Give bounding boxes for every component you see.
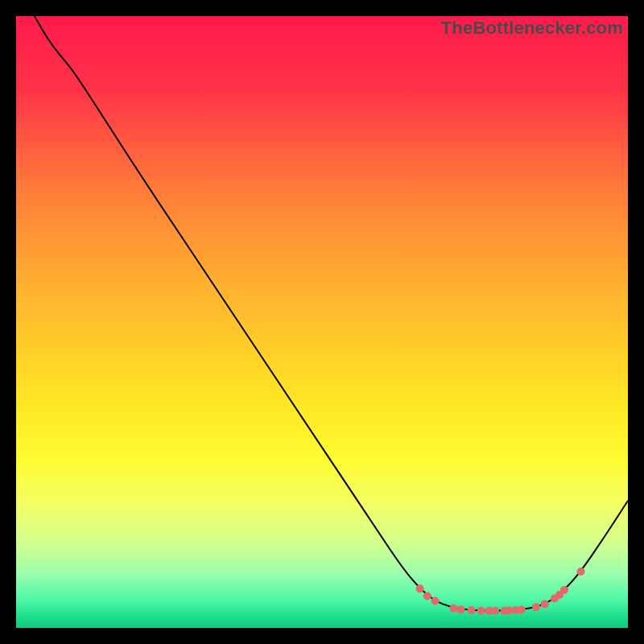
curve-marker-dot xyxy=(576,568,584,576)
curve-marker-dot xyxy=(560,586,568,594)
curve-marker-dot xyxy=(431,597,440,605)
curve-marker-dot xyxy=(532,603,540,611)
curve-marker-dot xyxy=(449,605,457,613)
curve-marker-dot xyxy=(416,584,424,592)
gradient-background xyxy=(16,16,628,628)
curve-marker-dot xyxy=(457,605,465,613)
watermark-text: TheBottlenecker.com xyxy=(441,18,623,39)
chart-frame: TheBottlenecker.com xyxy=(16,16,628,628)
curve-marker-dot xyxy=(423,592,431,600)
curve-marker-dot xyxy=(491,607,499,615)
bottleneck-chart xyxy=(16,16,628,628)
curve-marker-dot xyxy=(477,607,485,615)
curve-marker-dot xyxy=(541,600,549,608)
curve-marker-dot xyxy=(518,606,526,614)
curve-marker-dot xyxy=(467,606,475,614)
